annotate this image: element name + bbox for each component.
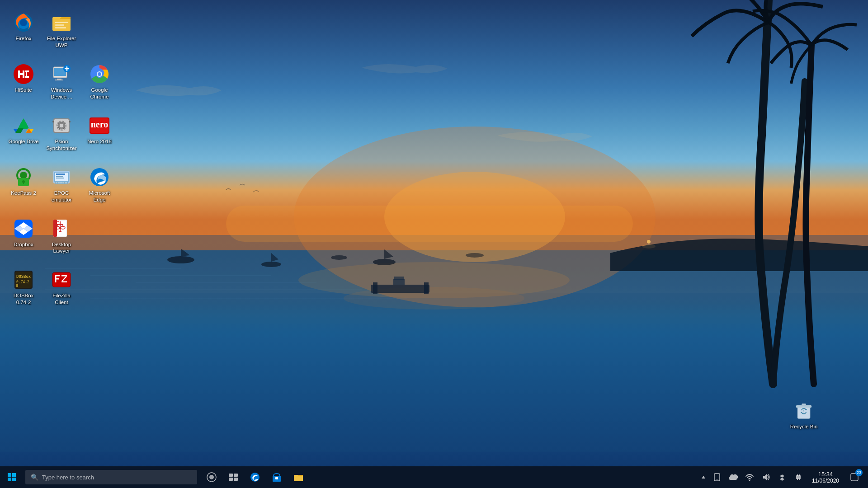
file-explorer-taskbar-button[interactable] <box>288 466 309 488</box>
svg-rect-74 <box>56 176 63 177</box>
svg-text:DOS: DOS <box>16 274 24 279</box>
file-explorer-uwp-app-icon <box>51 12 72 33</box>
svg-rect-77 <box>56 182 57 183</box>
sky-background <box>0 0 868 293</box>
show-hidden-icons-button[interactable] <box>698 466 709 488</box>
dosbox-label: DOSBox 0.74-2 <box>7 292 40 306</box>
start-button[interactable] <box>0 466 24 488</box>
firefox-label: Firefox <box>15 35 31 42</box>
nero-app-icon: nero <box>89 115 110 136</box>
edge-taskbar-icon <box>250 472 260 483</box>
microsoft-edge-label: Microsoft Edge <box>83 190 116 203</box>
store-taskbar-button[interactable] <box>266 466 288 488</box>
epoc-emulator-label: EPOC emulator <box>45 190 78 203</box>
edge-taskbar-button[interactable] <box>244 466 266 488</box>
onedrive-icon[interactable] <box>725 466 741 488</box>
svg-rect-69 <box>23 181 24 184</box>
svg-rect-90 <box>57 224 63 225</box>
psion-synchronizer-label: Psion Synchronizer <box>45 138 78 152</box>
task-view-button[interactable] <box>222 466 244 488</box>
svg-rect-120 <box>12 478 16 481</box>
file-explorer-taskbar-icon <box>293 472 304 483</box>
dropbox-label: Dropbox <box>14 241 33 248</box>
chevron-up-icon <box>701 475 706 479</box>
epoc-app-icon <box>51 166 72 188</box>
svg-rect-129 <box>275 477 278 479</box>
svg-rect-103 <box>16 284 18 287</box>
filezilla-desktop[interactable]: FileZilla Client <box>43 266 80 309</box>
nero-2018-desktop[interactable]: nero Nero 2018 <box>81 112 118 155</box>
nero-2018-label: Nero 2018 <box>87 138 112 145</box>
notification-center-button[interactable]: 23 <box>844 466 864 488</box>
water-background <box>0 250 868 470</box>
svg-rect-81 <box>65 182 67 183</box>
firefox-icon-desktop[interactable]: Firefox <box>5 9 42 52</box>
desktop-lawyer-label: Desktop Lawyer <box>45 241 78 255</box>
svg-rect-78 <box>58 182 60 183</box>
tablet-mode-icon[interactable] <box>709 466 725 488</box>
svg-rect-79 <box>60 182 62 183</box>
recycle-bin-icon <box>793 400 815 422</box>
network-icon[interactable] <box>741 466 758 488</box>
unknown-systray-icon[interactable] <box>790 466 807 488</box>
svg-text:0.74-2: 0.74-2 <box>16 280 29 284</box>
hisuite-desktop[interactable]: HiSuite <box>5 61 42 103</box>
svg-rect-123 <box>229 474 233 477</box>
file-explorer-uwp-desktop[interactable]: File Explorer UWP <box>43 9 80 52</box>
svg-rect-118 <box>12 473 16 477</box>
epoc-emulator-desktop[interactable]: EPOC emulator <box>43 164 80 206</box>
taskbar: 🔍 Type here to search <box>0 466 868 488</box>
firefox-app-icon <box>13 12 34 33</box>
store-taskbar-icon <box>271 472 282 483</box>
svg-rect-139 <box>799 474 800 476</box>
svg-rect-29 <box>55 27 66 28</box>
notification-badge: 23 <box>855 469 863 476</box>
dropbox-systray-icon[interactable] <box>774 466 790 488</box>
icon-row-5: Dropbox <box>0 211 127 262</box>
icon-row-1: Firefox File Explorer UWP <box>0 5 127 56</box>
search-icon: 🔍 <box>31 474 38 481</box>
dosbox-desktop[interactable]: DOS Box 0.74-2 DOSBox 0.74-2 <box>5 266 42 309</box>
svg-rect-130 <box>294 475 303 481</box>
google-drive-desktop[interactable]: Google Drive <box>5 112 42 155</box>
windows-device-label: Windows Device ... <box>45 87 78 100</box>
keepass-app-icon <box>13 166 34 188</box>
svg-marker-136 <box>780 474 784 481</box>
svg-rect-125 <box>229 478 233 481</box>
file-explorer-uwp-label: File Explorer UWP <box>45 35 78 49</box>
keepass2-desktop[interactable]: KeePass 2 <box>5 164 42 206</box>
google-chrome-desktop[interactable]: Google Chrome <box>81 61 118 103</box>
cloud-icon <box>729 474 738 481</box>
recycle-bin-desktop[interactable]: Recycle Bin <box>786 397 822 433</box>
svg-point-133 <box>717 479 717 480</box>
svg-marker-135 <box>763 474 767 480</box>
system-clock[interactable]: 15:34 11/06/2020 <box>807 466 844 488</box>
cortana-button[interactable] <box>201 466 222 488</box>
filezilla-app-icon <box>51 269 72 291</box>
windows-device-desktop[interactable]: Windows Device ... <box>43 61 80 103</box>
svg-rect-89 <box>60 221 61 231</box>
svg-rect-141 <box>799 479 800 480</box>
microsoft-edge-desktop[interactable]: Microsoft Edge <box>81 164 118 206</box>
edge-app-icon <box>89 166 110 188</box>
svg-point-55 <box>60 124 63 127</box>
google-chrome-label: Google Chrome <box>83 87 116 100</box>
svg-rect-137 <box>796 475 801 479</box>
dropbox-desktop[interactable]: Dropbox <box>5 215 42 258</box>
dropbox-app-icon <box>13 218 34 239</box>
svg-rect-26 <box>52 17 71 31</box>
taskbar-search-bar[interactable]: 🔍 Type here to search <box>25 470 197 484</box>
svg-marker-49 <box>18 118 29 128</box>
desktop-lawyer-desktop[interactable]: Desktop Lawyer <box>43 215 80 258</box>
svg-rect-80 <box>62 182 64 183</box>
desktop-lawyer-app-icon <box>51 218 72 239</box>
svg-rect-108 <box>55 278 59 280</box>
psion-synchronizer-desktop[interactable]: Psion Synchronizer <box>43 112 80 155</box>
svg-rect-97 <box>53 220 57 237</box>
hisuite-app-icon <box>13 63 34 85</box>
clock-date: 11/06/2020 <box>812 478 839 484</box>
volume-icon[interactable] <box>758 466 774 488</box>
icon-row-6: DOS Box 0.74-2 DOSBox 0.74-2 <box>0 262 127 313</box>
svg-text:nero: nero <box>91 119 108 129</box>
speaker-icon <box>762 473 770 481</box>
